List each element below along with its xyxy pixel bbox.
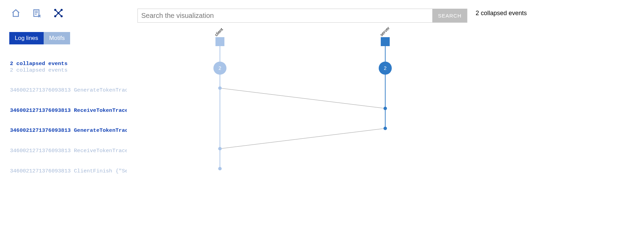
svg-point-9: [60, 9, 63, 11]
event-node[interactable]: [384, 127, 387, 130]
home-icon[interactable]: [11, 8, 21, 18]
toolbar: [11, 8, 63, 18]
svg-point-12: [57, 12, 59, 14]
process-head-client[interactable]: [215, 37, 224, 46]
status-label: 2 collapsed events: [476, 10, 527, 17]
svg-line-16: [220, 128, 385, 149]
search-input[interactable]: [138, 9, 432, 22]
edges-svg: [0, 30, 644, 209]
clear-log-icon[interactable]: [32, 8, 42, 18]
search-button[interactable]: SEARCH: [432, 9, 467, 22]
svg-point-11: [60, 15, 63, 17]
search-bar: SEARCH: [137, 9, 467, 23]
event-node[interactable]: [384, 107, 387, 110]
collapsed-node-client[interactable]: 2: [213, 62, 226, 75]
svg-line-15: [220, 88, 385, 108]
svg-point-8: [54, 9, 56, 11]
process-head-server[interactable]: [381, 37, 390, 46]
event-node[interactable]: [218, 147, 222, 150]
event-node[interactable]: [218, 86, 222, 90]
timeline-viz: client server 2 2: [0, 30, 644, 202]
svg-point-10: [54, 15, 56, 17]
graph-icon[interactable]: [54, 8, 63, 18]
event-node[interactable]: [218, 167, 222, 170]
collapsed-node-server[interactable]: 2: [379, 62, 392, 75]
